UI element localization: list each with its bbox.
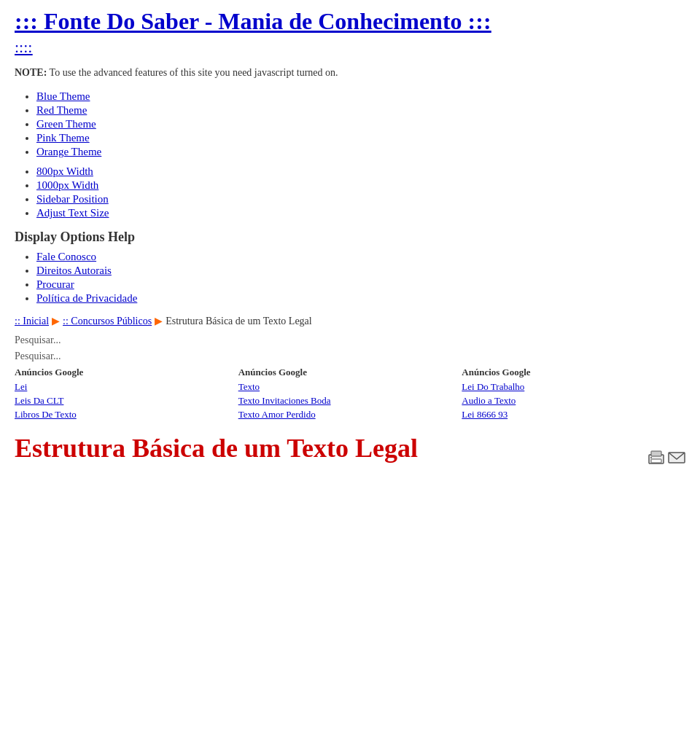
- ad-link-item[interactable]: Lei Do Trabalho: [462, 381, 685, 393]
- ad-row: Anúncios GoogleLeiLeis Da CLTLibros De T…: [15, 367, 685, 423]
- breadcrumb-arrow: ▶: [52, 315, 60, 327]
- ad-link-item[interactable]: Texto Invitaciones Boda: [238, 395, 462, 407]
- theme-menu: Blue ThemeRed ThemeGreen ThemePink Theme…: [15, 90, 685, 158]
- article-title: Estrutura Básica de um Texto Legal: [15, 433, 648, 463]
- action-icons: [648, 441, 685, 455]
- theme-menu-item[interactable]: Blue Theme: [36, 90, 685, 103]
- ad-title: Anúncios Google: [238, 367, 462, 378]
- breadcrumb-current: Estrutura Básica de um Texto Legal: [166, 316, 312, 327]
- ad-link-item[interactable]: Lei 8666 93: [462, 409, 685, 420]
- breadcrumb-arrow: ▶: [155, 315, 163, 327]
- ad-title: Anúncios Google: [15, 367, 238, 378]
- display-options-heading: Display Options Help: [15, 230, 685, 245]
- ad-column: Anúncios GoogleLei Do TrabalhoAudio a Te…: [462, 367, 685, 423]
- layout-menu-item[interactable]: 1000px Width: [36, 179, 685, 192]
- ad-link-item[interactable]: Lei: [15, 381, 238, 393]
- layout-menu-item[interactable]: Sidebar Position: [36, 193, 685, 206]
- ad-link-item[interactable]: Texto Amor Perdido: [238, 409, 462, 420]
- theme-menu-item[interactable]: Red Theme: [36, 104, 685, 117]
- layout-menu-item[interactable]: Adjust Text Size: [36, 207, 685, 219]
- ad-column: Anúncios GoogleLeiLeis Da CLTLibros De T…: [15, 367, 238, 423]
- ad-link-item[interactable]: Leis Da CLT: [15, 395, 238, 407]
- search-bar-1: Pesquisar...: [15, 335, 685, 346]
- breadcrumb-link[interactable]: :: Inicial: [15, 316, 49, 327]
- print-icon[interactable]: [648, 441, 665, 455]
- site-subtitle[interactable]: ::::: [15, 38, 685, 57]
- layout-menu-item[interactable]: 800px Width: [36, 165, 685, 178]
- theme-menu-item[interactable]: Green Theme: [36, 118, 685, 130]
- display-options-item[interactable]: Procurar: [36, 278, 685, 291]
- site-header: ::: Fonte Do Saber - Mania de Conhecimen…: [15, 7, 685, 57]
- layout-menu: 800px Width1000px WidthSidebar PositionA…: [15, 165, 685, 219]
- ad-link-item[interactable]: Texto: [238, 381, 462, 393]
- display-options-list: Fale ConoscoDireitos AutoraisProcurarPol…: [15, 251, 685, 305]
- article-title-section: Estrutura Básica de um Texto Legal: [15, 433, 685, 463]
- ad-column: Anúncios GoogleTextoTexto Invitaciones B…: [238, 367, 462, 423]
- theme-menu-item[interactable]: Orange Theme: [36, 146, 685, 158]
- display-options-item[interactable]: Fale Conosco: [36, 251, 685, 263]
- note-bar: NOTE: To use the advanced features of th…: [15, 67, 685, 79]
- breadcrumb-link[interactable]: :: Concursos Públicos: [63, 316, 152, 327]
- svg-rect-2: [651, 459, 661, 463]
- display-options-item[interactable]: Direitos Autorais: [36, 265, 685, 277]
- breadcrumb: :: Inicial▶:: Concursos Públicos▶Estrutu…: [15, 315, 685, 327]
- search-bar-2: Pesquisar...: [15, 351, 685, 362]
- svg-point-3: [650, 457, 652, 458]
- svg-rect-1: [651, 451, 661, 456]
- ad-title: Anúncios Google: [462, 367, 685, 378]
- theme-menu-item[interactable]: Pink Theme: [36, 132, 685, 144]
- site-title[interactable]: ::: Fonte Do Saber - Mania de Conhecimen…: [15, 7, 685, 35]
- ad-link-item[interactable]: Libros De Texto: [15, 409, 238, 420]
- email-icon[interactable]: [668, 441, 685, 455]
- ad-link-item[interactable]: Audio a Texto: [462, 395, 685, 407]
- display-options-item[interactable]: Política de Privacidade: [36, 292, 685, 305]
